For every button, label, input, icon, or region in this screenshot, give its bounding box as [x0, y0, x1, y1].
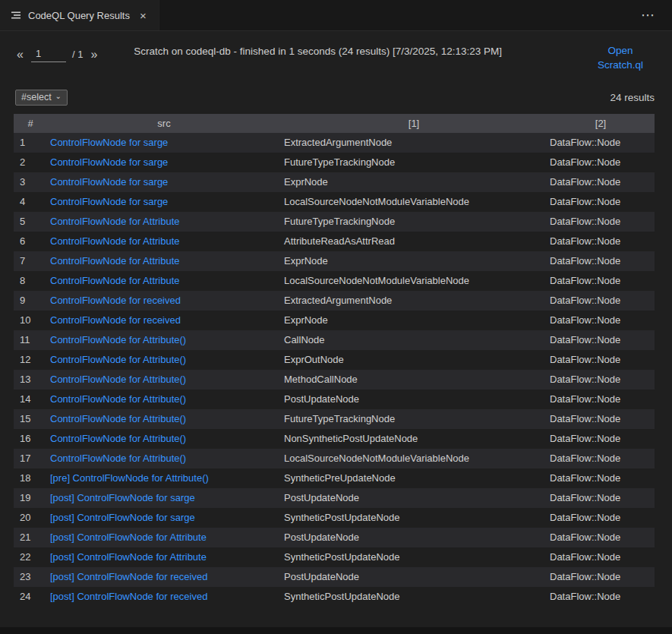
- row-number-cell: 10: [14, 311, 47, 330]
- header-col1[interactable]: [1]: [281, 114, 547, 133]
- results-list-icon: [11, 10, 21, 21]
- src-link[interactable]: ControlFlowNode for sarge: [50, 137, 168, 148]
- src-link[interactable]: ControlFlowNode for sarge: [50, 156, 168, 168]
- col2-cell: DataFlow::Node: [547, 587, 655, 607]
- last-page-button[interactable]: »: [89, 49, 99, 61]
- table-row: 13 ControlFlowNode for Attribute() Metho…: [14, 370, 655, 390]
- col2-cell: DataFlow::Node: [547, 212, 655, 232]
- col1-cell: SyntheticPostUpdateNode: [281, 587, 547, 607]
- src-cell: [post] ControlFlowNode for received: [47, 587, 281, 607]
- row-number-cell: 22: [14, 547, 47, 567]
- src-link[interactable]: ControlFlowNode for Attribute(): [50, 354, 186, 365]
- src-cell: ControlFlowNode for Attribute(): [47, 429, 281, 449]
- src-link[interactable]: [pre] ControlFlowNode for Attribute(): [50, 472, 209, 484]
- table-row: 17 ControlFlowNode for Attribute() Local…: [14, 449, 655, 468]
- first-page-button[interactable]: «: [15, 49, 25, 61]
- row-number-cell: 13: [14, 370, 47, 390]
- table-row: 1 ControlFlowNode for sarge ExtractedArg…: [14, 133, 655, 153]
- row-number-cell: 16: [14, 429, 47, 449]
- col1-cell: AttributeReadAsAttrRead: [281, 232, 547, 251]
- page-number-input[interactable]: [31, 46, 66, 62]
- src-link[interactable]: [post] ControlFlowNode for Attribute: [50, 551, 207, 563]
- src-cell: ControlFlowNode for received: [47, 291, 281, 311]
- src-link[interactable]: ControlFlowNode for Attribute: [50, 216, 180, 227]
- row-number-cell: 11: [14, 330, 47, 350]
- select-dropdown[interactable]: #select ⌄: [15, 90, 68, 106]
- src-link[interactable]: ControlFlowNode for sarge: [50, 176, 168, 188]
- row-number-cell: 21: [14, 528, 47, 547]
- src-link[interactable]: [post] ControlFlowNode for Attribute: [50, 531, 207, 543]
- col1-cell: PostUpdateNode: [281, 390, 547, 409]
- table-row: 9 ControlFlowNode for received Extracted…: [14, 291, 655, 311]
- src-cell: ControlFlowNode for Attribute: [47, 251, 281, 271]
- col2-cell: DataFlow::Node: [547, 311, 655, 330]
- table-row: 20 [post] ControlFlowNode for sarge Synt…: [14, 508, 655, 528]
- header-src[interactable]: src: [47, 114, 281, 133]
- col1-cell: ExprNode: [281, 251, 547, 271]
- src-link[interactable]: [post] ControlFlowNode for sarge: [50, 512, 195, 523]
- header-col2[interactable]: [2]: [547, 114, 655, 133]
- table-row: 22 [post] ControlFlowNode for Attribute …: [14, 547, 655, 567]
- col2-cell: DataFlow::Node: [547, 547, 655, 567]
- src-link[interactable]: ControlFlowNode for Attribute(): [50, 374, 186, 385]
- src-link[interactable]: [post] ControlFlowNode for received: [50, 571, 207, 582]
- col2-cell: DataFlow::Node: [547, 330, 655, 350]
- col2-cell: DataFlow::Node: [547, 370, 655, 390]
- table-header-row: # src [1] [2]: [14, 114, 655, 133]
- bottom-scrollbar-track[interactable]: [0, 627, 672, 634]
- col1-cell: PostUpdateNode: [281, 567, 547, 587]
- col1-cell: FutureTypeTrackingNode: [281, 212, 547, 232]
- page-total-label: / 1: [72, 49, 83, 60]
- table-row: 3 ControlFlowNode for sarge ExprNode Dat…: [14, 172, 655, 192]
- more-actions-icon[interactable]: ⋯: [636, 5, 660, 25]
- src-cell: ControlFlowNode for Attribute(): [47, 390, 281, 409]
- table-row: 18 [pre] ControlFlowNode for Attribute()…: [14, 468, 655, 488]
- src-link[interactable]: ControlFlowNode for Attribute: [50, 255, 180, 267]
- col1-cell: MethodCallNode: [281, 370, 547, 390]
- src-link[interactable]: ControlFlowNode for sarge: [50, 196, 168, 207]
- table-row: 2 ControlFlowNode for sarge FutureTypeTr…: [14, 153, 655, 172]
- close-icon[interactable]: ×: [137, 8, 150, 23]
- src-link[interactable]: ControlFlowNode for Attribute: [50, 235, 180, 247]
- table-row: 4 ControlFlowNode for sarge LocalSourceN…: [14, 192, 655, 212]
- src-link[interactable]: ControlFlowNode for Attribute(): [50, 433, 186, 444]
- col1-cell: NonSyntheticPostUpdateNode: [281, 429, 547, 449]
- status-row: « / 1 » Scratch on codeql-db - finished …: [0, 31, 672, 73]
- src-link[interactable]: ControlFlowNode for Attribute(): [50, 453, 186, 464]
- row-number-cell: 14: [14, 390, 47, 409]
- row-number-cell: 4: [14, 192, 47, 212]
- col1-cell: ExprOutNode: [281, 350, 547, 370]
- col1-cell: CallNode: [281, 330, 547, 350]
- src-link[interactable]: [post] ControlFlowNode for sarge: [50, 492, 195, 503]
- col2-cell: DataFlow::Node: [547, 409, 655, 429]
- col1-cell: PostUpdateNode: [281, 528, 547, 547]
- table-row: 15 ControlFlowNode for Attribute() Futur…: [14, 409, 655, 429]
- src-link[interactable]: [post] ControlFlowNode for received: [50, 591, 207, 602]
- tab-title: CodeQL Query Results: [28, 10, 130, 21]
- table-row: 23 [post] ControlFlowNode for received P…: [14, 567, 655, 587]
- src-link[interactable]: ControlFlowNode for Attribute: [50, 275, 180, 286]
- src-link[interactable]: ControlFlowNode for received: [50, 314, 181, 326]
- col2-cell: DataFlow::Node: [547, 350, 655, 370]
- tab-codeql-query-results[interactable]: CodeQL Query Results ×: [0, 0, 159, 30]
- table-row: 16 ControlFlowNode for Attribute() NonSy…: [14, 429, 655, 449]
- row-number-cell: 5: [14, 212, 47, 232]
- header-row-number[interactable]: #: [14, 114, 47, 133]
- src-link[interactable]: ControlFlowNode for received: [50, 295, 181, 306]
- results-toolbar: #select ⌄ 24 results: [0, 73, 672, 106]
- row-number-cell: 23: [14, 567, 47, 587]
- row-number-cell: 12: [14, 350, 47, 370]
- table-row: 12 ControlFlowNode for Attribute() ExprO…: [14, 350, 655, 370]
- table-row: 19 [post] ControlFlowNode for sarge Post…: [14, 488, 655, 508]
- col1-cell: ExprNode: [281, 172, 547, 192]
- table-row: 24 [post] ControlFlowNode for received S…: [14, 587, 655, 607]
- src-link[interactable]: ControlFlowNode for Attribute(): [50, 334, 186, 345]
- table-row: 5 ControlFlowNode for Attribute FutureTy…: [14, 212, 655, 232]
- src-link[interactable]: ControlFlowNode for Attribute(): [50, 393, 186, 405]
- col2-cell: DataFlow::Node: [547, 449, 655, 468]
- src-link[interactable]: ControlFlowNode for Attribute(): [50, 413, 186, 424]
- query-status-text: Scratch on codeql-db - finished in 1 sec…: [106, 44, 554, 59]
- row-number-cell: 8: [14, 271, 47, 291]
- open-scratch-link[interactable]: Open Scratch.ql: [585, 44, 655, 73]
- src-cell: ControlFlowNode for Attribute(): [47, 350, 281, 370]
